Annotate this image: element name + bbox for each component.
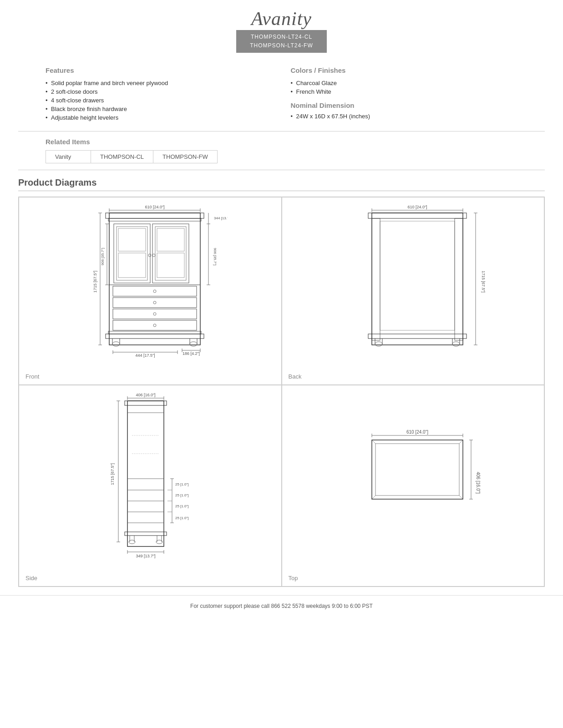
- svg-rect-4: [109, 213, 200, 345]
- colors-section: Colors / Finishes Charcoal Glaze French …: [291, 66, 518, 126]
- svg-line-126: [459, 440, 463, 444]
- svg-line-127: [372, 495, 375, 499]
- svg-rect-120: [375, 444, 459, 495]
- svg-text:906 [35.7"]: 906 [35.7"]: [101, 248, 105, 265]
- diagram-top: 610 [24.0"] 406 [16.0"]: [282, 385, 545, 586]
- svg-text:1715 [67.5"]: 1715 [67.5"]: [110, 463, 115, 485]
- svg-rect-22: [113, 309, 197, 319]
- svg-rect-10: [118, 253, 146, 278]
- svg-text:1715 [67.5"]: 1715 [67.5"]: [481, 271, 486, 293]
- svg-rect-7: [114, 224, 150, 283]
- svg-point-25: [153, 324, 156, 327]
- dimension-item: 24W x 16D x 67.5H (inches): [291, 113, 518, 120]
- svg-rect-80: [127, 401, 164, 546]
- feature-item: 2 soft-close doors: [46, 88, 273, 95]
- svg-rect-11: [152, 224, 189, 283]
- svg-line-128: [459, 495, 463, 499]
- info-section: Features Solid poplar frame and birch ve…: [18, 57, 545, 131]
- svg-rect-18: [113, 286, 197, 296]
- svg-point-19: [153, 290, 156, 293]
- diagram-back: 610 [24.0"]: [282, 197, 545, 385]
- svg-point-15: [148, 254, 151, 257]
- footer-text: For customer support please call 866 522…: [190, 603, 373, 609]
- svg-rect-5: [106, 213, 204, 218]
- svg-text:25 [1.0"]: 25 [1.0"]: [175, 516, 189, 520]
- svg-point-16: [152, 254, 155, 257]
- side-svg-container: 406 [16.0"]: [24, 390, 277, 572]
- svg-rect-8: [117, 227, 147, 280]
- diagrams-title: Product Diagrams: [18, 177, 545, 191]
- diagram-side: 406 [16.0"]: [19, 385, 282, 586]
- svg-point-29: [190, 342, 197, 346]
- svg-text:25 [1.0"]: 25 [1.0"]: [175, 504, 189, 508]
- feature-item: Solid poplar frame and birch veneer plyw…: [46, 80, 273, 86]
- side-label: Side: [24, 575, 277, 581]
- related-table: Vanity THOMPSON-CL THOMPSON-FW: [46, 150, 517, 163]
- feature-item: 4 soft-close drawers: [46, 97, 273, 104]
- nominal-title: Nominal Dimension: [291, 101, 518, 109]
- svg-point-23: [153, 313, 156, 315]
- front-label: Front: [24, 373, 277, 380]
- svg-rect-119: [372, 440, 463, 499]
- back-label: Back: [287, 373, 540, 380]
- svg-text:610 [24.0"]: 610 [24.0"]: [145, 205, 164, 209]
- svg-line-125: [372, 440, 375, 444]
- svg-rect-27: [106, 334, 204, 339]
- svg-text:610 [24.0"]: 610 [24.0"]: [406, 430, 428, 435]
- svg-rect-20: [113, 298, 197, 308]
- features-list: Solid poplar frame and birch veneer plyw…: [46, 80, 273, 121]
- svg-rect-81: [125, 401, 167, 405]
- back-svg-container: 610 [24.0"]: [287, 202, 540, 370]
- colors-list: Charcoal Glaze French White: [291, 80, 518, 95]
- svg-rect-12: [155, 227, 186, 280]
- front-diagram-svg: 610 [24.0"]: [73, 202, 228, 370]
- svg-rect-24: [113, 320, 197, 330]
- svg-point-66: [375, 342, 382, 346]
- front-svg-container: 610 [24.0"]: [24, 202, 277, 370]
- svg-rect-90: [125, 532, 167, 536]
- svg-rect-6: [108, 218, 201, 221]
- side-diagram-svg: 406 [16.0"]: [105, 390, 196, 572]
- related-section: Related Items Vanity THOMPSON-CL THOMPSO…: [18, 131, 545, 170]
- related-cell-cl: THOMPSON-CL: [91, 150, 153, 163]
- svg-rect-26: [108, 331, 201, 334]
- svg-text:906 [35.7"]: 906 [35.7"]: [213, 248, 217, 265]
- svg-text:349 [13.7"]: 349 [13.7"]: [136, 554, 155, 558]
- brand-logo: Avanity: [251, 9, 312, 28]
- header: Avanity THOMPSON-LT24-CL THOMPSON-LT24-F…: [0, 0, 563, 57]
- svg-text:610 [24.0"]: 610 [24.0"]: [408, 205, 427, 209]
- feature-item: Adjustable height levelers: [46, 114, 273, 121]
- top-diagram-svg: 610 [24.0"] 406 [16.0"]: [335, 417, 490, 545]
- svg-text:406 [16.0"]: 406 [16.0"]: [136, 393, 155, 397]
- colors-title: Colors / Finishes: [291, 66, 518, 76]
- svg-rect-65: [368, 334, 467, 339]
- svg-rect-64: [380, 221, 455, 330]
- svg-text:25 [1.0"]: 25 [1.0"]: [175, 482, 189, 486]
- svg-point-21: [153, 301, 156, 304]
- logo-container: Avanity THOMPSON-LT24-CL THOMPSON-LT24-F…: [236, 9, 326, 53]
- model-badge: THOMPSON-LT24-CL THOMPSON-LT24-FW: [236, 30, 326, 53]
- diagram-front: 610 [24.0"]: [19, 197, 282, 385]
- diagrams-section: Product Diagrams 610 [24.0"]: [0, 170, 563, 592]
- feature-item: Black bronze finish hardware: [46, 106, 273, 112]
- color-item: Charcoal Glaze: [291, 80, 518, 86]
- svg-rect-63: [455, 218, 463, 340]
- svg-text:25 [1.0"]: 25 [1.0"]: [175, 493, 189, 497]
- svg-point-28: [112, 342, 120, 346]
- features-section: Features Solid poplar frame and birch ve…: [46, 66, 273, 126]
- diagrams-grid: 610 [24.0"]: [18, 197, 545, 587]
- svg-rect-61: [368, 213, 467, 218]
- top-svg-container: 610 [24.0"] 406 [16.0"]: [287, 390, 540, 572]
- dimension-list: 24W x 16D x 67.5H (inches): [291, 113, 518, 120]
- top-label: Top: [287, 575, 540, 581]
- features-title: Features: [46, 66, 273, 76]
- svg-text:406 [16.0"]: 406 [16.0"]: [476, 472, 481, 494]
- color-item: French White: [291, 88, 518, 95]
- svg-rect-13: [157, 228, 184, 251]
- svg-text:444 [17.5"]: 444 [17.5"]: [135, 353, 155, 358]
- svg-rect-62: [372, 218, 380, 340]
- related-cell-fw: THOMPSON-FW: [153, 150, 218, 163]
- svg-rect-14: [157, 253, 184, 278]
- svg-rect-9: [118, 228, 146, 251]
- back-diagram-svg: 610 [24.0"]: [335, 202, 490, 370]
